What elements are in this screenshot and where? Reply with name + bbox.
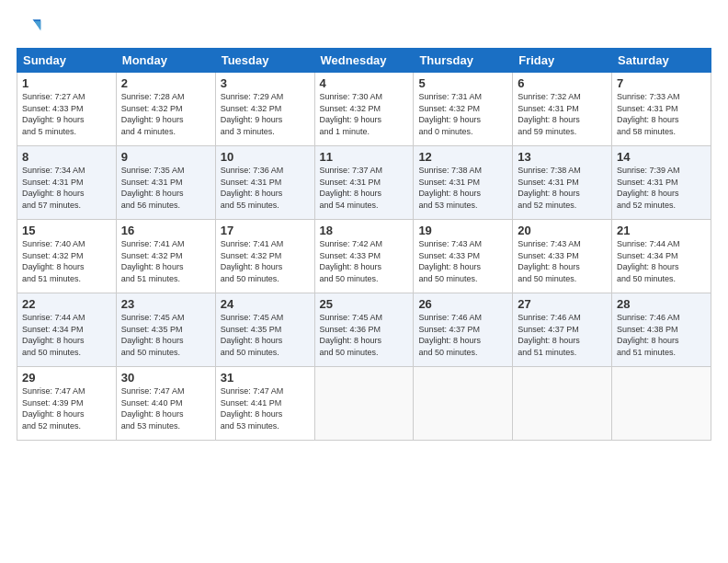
weekday-tuesday: Tuesday bbox=[215, 49, 314, 73]
day-cell bbox=[414, 367, 513, 441]
day-cell: 17Sunrise: 7:41 AM Sunset: 4:32 PM Dayli… bbox=[215, 220, 314, 293]
day-number: 20 bbox=[518, 224, 607, 237]
day-info: Sunrise: 7:41 AM Sunset: 4:32 PM Dayligh… bbox=[121, 238, 210, 284]
day-number: 3 bbox=[221, 76, 310, 90]
day-info: Sunrise: 7:43 AM Sunset: 4:33 PM Dayligh… bbox=[518, 238, 607, 284]
day-info: Sunrise: 7:45 AM Sunset: 4:35 PM Dayligh… bbox=[221, 312, 310, 358]
day-cell: 6Sunrise: 7:32 AM Sunset: 4:31 PM Daylig… bbox=[513, 73, 612, 146]
day-number: 31 bbox=[221, 371, 310, 385]
day-cell: 21Sunrise: 7:44 AM Sunset: 4:34 PM Dayli… bbox=[612, 220, 711, 293]
day-cell bbox=[513, 367, 612, 441]
day-info: Sunrise: 7:33 AM Sunset: 4:31 PM Dayligh… bbox=[617, 91, 706, 137]
day-cell bbox=[612, 367, 711, 441]
week-row-2: 8Sunrise: 7:34 AM Sunset: 4:31 PM Daylig… bbox=[17, 146, 711, 220]
day-number: 27 bbox=[518, 297, 607, 311]
day-cell: 8Sunrise: 7:34 AM Sunset: 4:31 PM Daylig… bbox=[17, 146, 117, 220]
day-cell: 3Sunrise: 7:29 AM Sunset: 4:32 PM Daylig… bbox=[215, 73, 314, 146]
day-info: Sunrise: 7:29 AM Sunset: 4:32 PM Dayligh… bbox=[221, 91, 310, 137]
day-info: Sunrise: 7:45 AM Sunset: 4:35 PM Dayligh… bbox=[121, 312, 210, 358]
day-number: 28 bbox=[617, 297, 706, 311]
day-cell: 15Sunrise: 7:40 AM Sunset: 4:32 PM Dayli… bbox=[17, 220, 117, 293]
day-info: Sunrise: 7:43 AM Sunset: 4:33 PM Dayligh… bbox=[418, 238, 507, 284]
day-info: Sunrise: 7:46 AM Sunset: 4:37 PM Dayligh… bbox=[518, 312, 607, 358]
week-row-1: 1Sunrise: 7:27 AM Sunset: 4:33 PM Daylig… bbox=[17, 73, 711, 146]
day-number: 29 bbox=[22, 371, 111, 385]
day-cell: 19Sunrise: 7:43 AM Sunset: 4:33 PM Dayli… bbox=[414, 220, 513, 293]
day-cell: 31Sunrise: 7:47 AM Sunset: 4:41 PM Dayli… bbox=[215, 367, 314, 441]
calendar: SundayMondayTuesdayWednesdayThursdayFrid… bbox=[17, 48, 711, 441]
day-info: Sunrise: 7:47 AM Sunset: 4:40 PM Dayligh… bbox=[121, 385, 210, 431]
day-info: Sunrise: 7:46 AM Sunset: 4:37 PM Dayligh… bbox=[418, 312, 507, 358]
day-cell: 1Sunrise: 7:27 AM Sunset: 4:33 PM Daylig… bbox=[17, 73, 117, 146]
day-number: 12 bbox=[418, 150, 507, 164]
day-number: 9 bbox=[121, 150, 210, 164]
weekday-sunday: Sunday bbox=[17, 49, 117, 73]
day-number: 13 bbox=[518, 150, 607, 164]
day-cell: 12Sunrise: 7:38 AM Sunset: 4:31 PM Dayli… bbox=[414, 146, 513, 220]
day-info: Sunrise: 7:38 AM Sunset: 4:31 PM Dayligh… bbox=[418, 165, 507, 211]
day-number: 19 bbox=[418, 224, 507, 237]
week-row-5: 29Sunrise: 7:47 AM Sunset: 4:39 PM Dayli… bbox=[17, 367, 711, 441]
day-cell: 9Sunrise: 7:35 AM Sunset: 4:31 PM Daylig… bbox=[116, 146, 215, 220]
day-info: Sunrise: 7:27 AM Sunset: 4:33 PM Dayligh… bbox=[22, 91, 111, 137]
day-cell: 24Sunrise: 7:45 AM Sunset: 4:35 PM Dayli… bbox=[215, 293, 314, 367]
day-number: 15 bbox=[22, 224, 111, 237]
weekday-wednesday: Wednesday bbox=[314, 49, 414, 73]
day-cell: 7Sunrise: 7:33 AM Sunset: 4:31 PM Daylig… bbox=[612, 73, 711, 146]
day-number: 26 bbox=[418, 297, 507, 311]
day-number: 1 bbox=[22, 76, 111, 90]
day-info: Sunrise: 7:39 AM Sunset: 4:31 PM Dayligh… bbox=[617, 165, 706, 211]
day-info: Sunrise: 7:40 AM Sunset: 4:32 PM Dayligh… bbox=[22, 238, 111, 284]
day-cell: 13Sunrise: 7:38 AM Sunset: 4:31 PM Dayli… bbox=[513, 146, 612, 220]
week-row-3: 15Sunrise: 7:40 AM Sunset: 4:32 PM Dayli… bbox=[17, 220, 711, 293]
day-cell: 11Sunrise: 7:37 AM Sunset: 4:31 PM Dayli… bbox=[314, 146, 414, 220]
day-info: Sunrise: 7:46 AM Sunset: 4:38 PM Dayligh… bbox=[617, 312, 706, 358]
day-cell: 28Sunrise: 7:46 AM Sunset: 4:38 PM Dayli… bbox=[612, 293, 711, 367]
day-number: 4 bbox=[320, 76, 409, 90]
day-cell: 22Sunrise: 7:44 AM Sunset: 4:34 PM Dayli… bbox=[17, 293, 117, 367]
day-info: Sunrise: 7:38 AM Sunset: 4:31 PM Dayligh… bbox=[518, 165, 607, 211]
day-cell: 27Sunrise: 7:46 AM Sunset: 4:37 PM Dayli… bbox=[513, 293, 612, 367]
day-info: Sunrise: 7:32 AM Sunset: 4:31 PM Dayligh… bbox=[518, 91, 607, 137]
day-info: Sunrise: 7:47 AM Sunset: 4:39 PM Dayligh… bbox=[22, 385, 111, 431]
day-info: Sunrise: 7:36 AM Sunset: 4:31 PM Dayligh… bbox=[221, 165, 310, 211]
day-info: Sunrise: 7:47 AM Sunset: 4:41 PM Dayligh… bbox=[221, 385, 310, 431]
day-cell bbox=[314, 367, 414, 441]
weekday-monday: Monday bbox=[116, 49, 215, 73]
logo bbox=[17, 15, 46, 40]
day-cell: 30Sunrise: 7:47 AM Sunset: 4:40 PM Dayli… bbox=[116, 367, 215, 441]
day-number: 25 bbox=[320, 297, 409, 311]
day-info: Sunrise: 7:34 AM Sunset: 4:31 PM Dayligh… bbox=[22, 165, 111, 211]
day-info: Sunrise: 7:44 AM Sunset: 4:34 PM Dayligh… bbox=[22, 312, 111, 358]
day-number: 6 bbox=[518, 76, 607, 90]
day-number: 17 bbox=[221, 224, 310, 237]
day-number: 5 bbox=[418, 76, 507, 90]
day-cell: 26Sunrise: 7:46 AM Sunset: 4:37 PM Dayli… bbox=[414, 293, 513, 367]
day-cell: 10Sunrise: 7:36 AM Sunset: 4:31 PM Dayli… bbox=[215, 146, 314, 220]
week-row-4: 22Sunrise: 7:44 AM Sunset: 4:34 PM Dayli… bbox=[17, 293, 711, 367]
day-cell: 5Sunrise: 7:31 AM Sunset: 4:32 PM Daylig… bbox=[414, 73, 513, 146]
svg-rect-0 bbox=[17, 15, 42, 40]
day-number: 16 bbox=[121, 224, 210, 237]
day-cell: 16Sunrise: 7:41 AM Sunset: 4:32 PM Dayli… bbox=[116, 220, 215, 293]
day-number: 18 bbox=[320, 224, 409, 237]
weekday-friday: Friday bbox=[513, 49, 612, 73]
day-cell: 4Sunrise: 7:30 AM Sunset: 4:32 PM Daylig… bbox=[314, 73, 414, 146]
day-number: 30 bbox=[121, 371, 210, 385]
day-cell: 29Sunrise: 7:47 AM Sunset: 4:39 PM Dayli… bbox=[17, 367, 117, 441]
day-info: Sunrise: 7:30 AM Sunset: 4:32 PM Dayligh… bbox=[320, 91, 409, 137]
day-cell: 14Sunrise: 7:39 AM Sunset: 4:31 PM Dayli… bbox=[612, 146, 711, 220]
day-number: 11 bbox=[320, 150, 409, 164]
day-info: Sunrise: 7:44 AM Sunset: 4:34 PM Dayligh… bbox=[617, 238, 706, 284]
day-cell: 18Sunrise: 7:42 AM Sunset: 4:33 PM Dayli… bbox=[314, 220, 414, 293]
day-number: 22 bbox=[22, 297, 111, 311]
day-number: 14 bbox=[617, 150, 706, 164]
calendar-body: 1Sunrise: 7:27 AM Sunset: 4:33 PM Daylig… bbox=[17, 73, 711, 441]
day-info: Sunrise: 7:35 AM Sunset: 4:31 PM Dayligh… bbox=[121, 165, 210, 211]
day-number: 7 bbox=[617, 76, 706, 90]
weekday-thursday: Thursday bbox=[414, 49, 513, 73]
day-cell: 20Sunrise: 7:43 AM Sunset: 4:33 PM Dayli… bbox=[513, 220, 612, 293]
day-number: 10 bbox=[221, 150, 310, 164]
day-number: 2 bbox=[121, 76, 210, 90]
weekday-saturday: Saturday bbox=[612, 49, 711, 73]
